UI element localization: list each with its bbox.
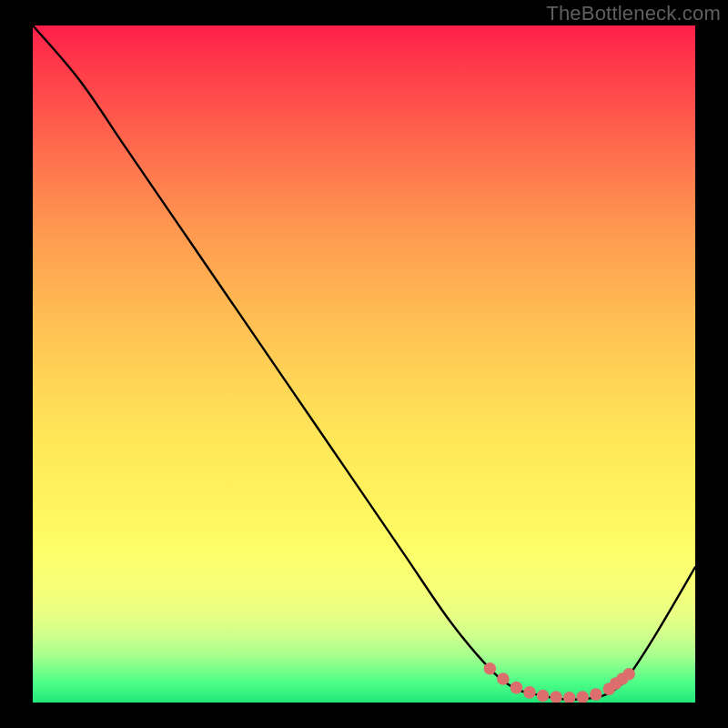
- highlight-dot: [563, 692, 576, 703]
- highlight-dot: [590, 688, 602, 701]
- highlight-dot: [622, 668, 635, 681]
- highlight-dot: [497, 672, 510, 685]
- highlight-dot: [523, 686, 536, 699]
- highlight-dot: [550, 691, 562, 703]
- highlight-dot: [484, 662, 497, 675]
- chart-svg: [33, 25, 695, 703]
- chart-curve: [33, 25, 695, 700]
- chart-dots-group: [484, 662, 635, 703]
- highlight-dot: [537, 690, 550, 703]
- highlight-dot: [576, 691, 589, 703]
- plot-area: [33, 25, 695, 703]
- watermark-text: TheBottleneck.com: [546, 2, 721, 25]
- chart-frame: TheBottleneck.com: [0, 0, 728, 728]
- highlight-dot: [511, 682, 523, 694]
- chart-curve-group: [33, 25, 695, 700]
